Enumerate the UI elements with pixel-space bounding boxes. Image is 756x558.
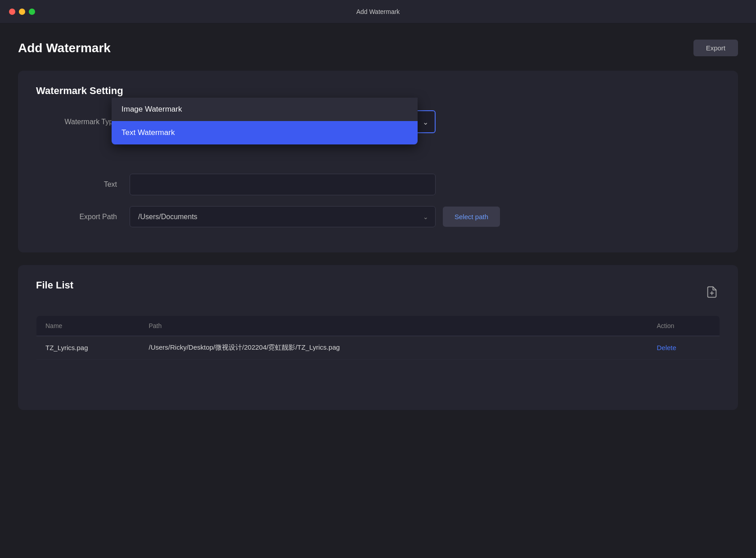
column-header-name: Name [36, 316, 140, 336]
text-input[interactable] [130, 174, 436, 195]
text-row: Text [36, 174, 720, 195]
export-path-row: Export Path /Users/Documents ⌄ Select pa… [36, 206, 720, 227]
empty-cell-name [36, 360, 140, 396]
export-path-select[interactable]: /Users/Documents [130, 206, 436, 227]
export-path-select-wrapper: /Users/Documents ⌄ [130, 206, 436, 227]
table-header: Name Path Action [36, 316, 720, 336]
watermark-setting-section: Watermark Setting Watermark Type Text Wa… [18, 71, 738, 252]
delete-button[interactable]: Delete [657, 344, 676, 351]
titlebar-title: Add Watermark [356, 8, 400, 15]
export-path-label: Export Path [36, 213, 117, 221]
close-button[interactable] [9, 9, 15, 15]
app-header: Add Watermark Export [18, 40, 738, 56]
empty-cell-action [648, 360, 720, 396]
titlebar: Add Watermark [0, 0, 756, 23]
table-header-row: Name Path Action [36, 316, 720, 336]
export-button[interactable]: Export [693, 40, 738, 56]
file-list-title: File List [36, 279, 73, 291]
column-header-path: Path [140, 316, 648, 336]
file-path-cell: /Users/Ricky/Desktop/微视设计/202204/霓虹靓影/TZ… [140, 336, 648, 360]
table-body: TZ_Lyrics.pag /Users/Ricky/Desktop/微视设计/… [36, 336, 720, 396]
column-header-action: Action [648, 316, 720, 336]
select-path-button[interactable]: Select path [443, 207, 500, 227]
file-table: Name Path Action TZ_Lyrics.pag /Users/Ri… [36, 315, 720, 396]
empty-cell-path [140, 360, 648, 396]
table-row: TZ_Lyrics.pag /Users/Ricky/Desktop/微视设计/… [36, 336, 720, 360]
traffic-lights [9, 9, 35, 15]
maximize-button[interactable] [29, 9, 35, 15]
file-name-cell: TZ_Lyrics.pag [36, 336, 140, 360]
file-list-section: File List Name Path Action [18, 265, 738, 410]
file-action-cell: Delete [648, 336, 720, 360]
page-title: Add Watermark [18, 41, 111, 55]
text-label: Text [36, 180, 117, 189]
watermark-type-dropdown: Image Watermark Text Watermark [112, 98, 418, 144]
file-list-header: File List [36, 279, 720, 305]
empty-row [36, 360, 720, 396]
main-content: Add Watermark Export Watermark Setting W… [0, 23, 756, 558]
watermark-setting-title: Watermark Setting [36, 85, 720, 97]
add-file-button[interactable] [704, 284, 720, 300]
watermark-type-label: Watermark Type [36, 118, 117, 126]
minimize-button[interactable] [19, 9, 25, 15]
dropdown-item-image-watermark[interactable]: Image Watermark [112, 98, 418, 121]
dropdown-item-text-watermark[interactable]: Text Watermark [112, 121, 418, 144]
